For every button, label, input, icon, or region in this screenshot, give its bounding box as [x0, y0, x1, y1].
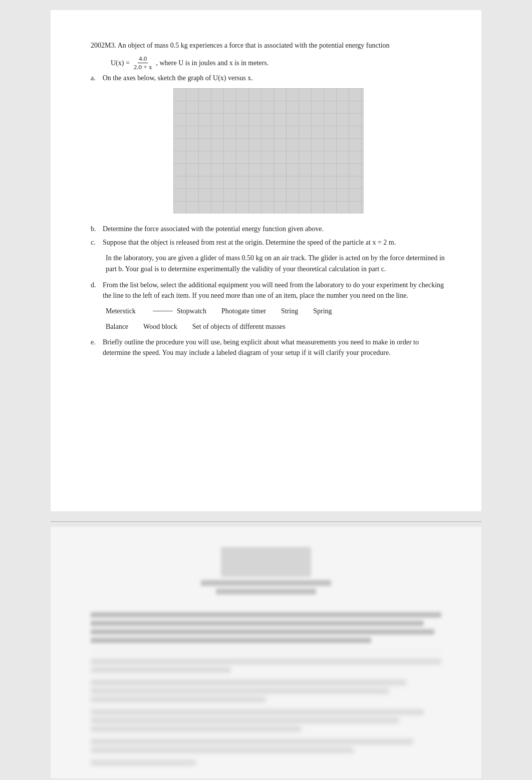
lab-paragraph: In the laboratory, you are given a glide… — [106, 253, 446, 274]
blur-para-1 — [91, 612, 441, 618]
bottom-line-10 — [91, 747, 354, 753]
bottom-content — [91, 659, 441, 765]
equip-spring: Spring — [313, 306, 332, 316]
formula-prefix: U(x) = — [111, 58, 130, 68]
header-text: 2002M3. An object of mass 0.5 kg experie… — [91, 42, 390, 49]
formula-row: U(x) = 4.0 2.0 + x , where U is in joule… — [111, 55, 446, 71]
equip-photogate-label: Photogate timer — [221, 306, 266, 316]
equip-spring-label: Spring — [313, 306, 332, 316]
bottom-line-1 — [91, 659, 441, 664]
bottom-line-5 — [91, 697, 266, 702]
bottom-line-9 — [91, 739, 413, 744]
section-divider — [91, 651, 441, 651]
part-d-text: From the list below, select the addition… — [103, 280, 446, 301]
bottom-line-3 — [91, 680, 406, 685]
equip-woodblock: Wood block — [143, 321, 177, 332]
part-b-row: b. Determine the force associated with t… — [91, 224, 446, 234]
numerator: 4.0 — [138, 55, 148, 63]
blur-block-1 — [221, 547, 311, 577]
part-d-label: d. — [91, 280, 101, 301]
equip-balance: Balance — [106, 321, 128, 332]
equip-stopwatch-label: Stopwatch — [177, 306, 206, 316]
page-divider — [51, 521, 481, 522]
bottom-line-4 — [91, 688, 389, 694]
blur-para-2 — [91, 621, 424, 626]
blur-para-3 — [91, 629, 434, 635]
bottom-page — [51, 527, 481, 778]
bottom-line-6 — [91, 709, 424, 715]
equip-masses: Set of objects of different masses — [192, 321, 286, 332]
fraction: 4.0 2.0 + x — [133, 55, 153, 71]
blur-para-4 — [91, 638, 371, 643]
equip-photogate: Photogate timer — [221, 306, 266, 316]
main-page: 2002M3. An object of mass 0.5 kg experie… — [51, 10, 481, 511]
answer-space — [91, 361, 446, 431]
graph-area — [173, 88, 364, 214]
bottom-line-11 — [91, 760, 196, 765]
equipment-row-2: Balance Wood block Set of objects of dif… — [106, 321, 431, 332]
denominator: 2.0 + x — [133, 63, 153, 71]
blurred-diagram — [86, 547, 446, 597]
part-a-row: a. On the axes below, sketch the graph o… — [91, 73, 446, 83]
formula-suffix: , where U is in joules and x is in meter… — [156, 58, 269, 68]
problem-header: 2002M3. An object of mass 0.5 kg experie… — [91, 40, 446, 51]
equip-meterstick: Meterstick — [106, 306, 136, 316]
equip-stopwatch: Stopwatch — [151, 306, 206, 316]
part-e-text: Briefly outline the procedure you will u… — [103, 337, 446, 358]
part-b-text: Determine the force associated with the … — [103, 224, 446, 234]
bottom-line-8 — [91, 726, 301, 732]
equipment-row-1: Meterstick Stopwatch Photogate timer Str… — [106, 306, 431, 316]
part-a-text: On the axes below, sketch the graph of U… — [103, 74, 253, 82]
part-a-label: a. — [91, 74, 96, 82]
equip-stopwatch-line — [153, 311, 173, 311]
part-b-label: b. — [91, 224, 101, 234]
blur-line-1 — [201, 580, 331, 586]
part-e-row: e. Briefly outline the procedure you wil… — [91, 337, 446, 358]
blurred-text — [86, 612, 446, 765]
equip-string: String — [281, 306, 298, 316]
bottom-line-7 — [91, 718, 399, 723]
equip-string-label: String — [281, 306, 298, 316]
part-d-row: d. From the list below, select the addit… — [91, 280, 446, 301]
part-c-label: c. — [91, 237, 101, 248]
equip-meterstick-label: Meterstick — [106, 306, 136, 316]
bottom-line-2 — [91, 667, 231, 673]
equip-woodblock-label: Wood block — [143, 321, 177, 332]
blur-line-2 — [216, 589, 316, 595]
part-c-row: c. Suppose that the object is released f… — [91, 237, 446, 248]
graph-grid — [173, 88, 364, 214]
part-c-text: Suppose that the object is released from… — [103, 237, 446, 248]
page-container: 2002M3. An object of mass 0.5 kg experie… — [0, 10, 532, 778]
equip-balance-label: Balance — [106, 321, 128, 332]
equipment-section: Meterstick Stopwatch Photogate timer Str… — [106, 306, 431, 332]
part-e-label: e. — [91, 337, 101, 358]
equip-masses-label: Set of objects of different masses — [192, 321, 286, 332]
